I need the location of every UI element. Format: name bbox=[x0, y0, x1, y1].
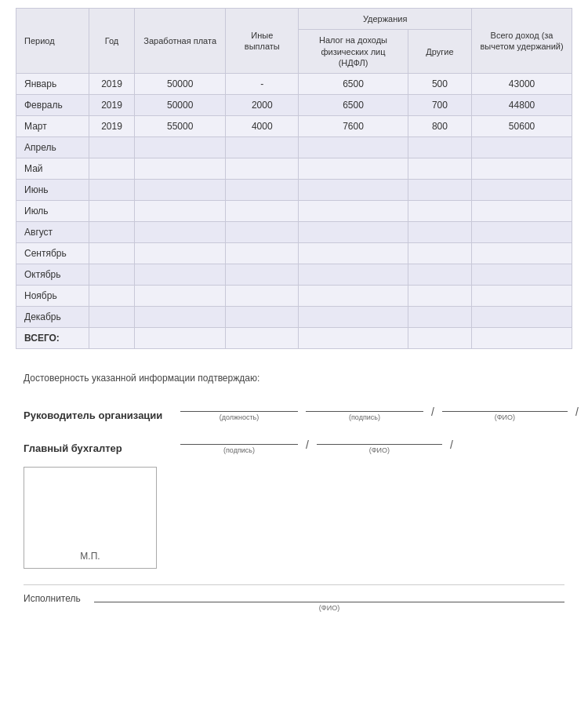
table-row: Август bbox=[16, 222, 572, 243]
executor-section: Исполнитель (ФИО) bbox=[24, 584, 564, 612]
chief-signature-block: Главный бухгалтер (подпись) / (ФИО) / bbox=[24, 431, 564, 454]
head-dolzhnost-line bbox=[180, 398, 298, 412]
chief-fio-wrap: (ФИО) bbox=[317, 431, 442, 454]
head-label: Руководитель организации bbox=[24, 409, 180, 421]
table-row: Сентябрь bbox=[16, 243, 572, 264]
executor-row: Исполнитель bbox=[24, 588, 564, 604]
stamp-label: М.П. bbox=[80, 551, 100, 562]
executor-hint: (ФИО) bbox=[94, 604, 564, 612]
chief-slash: / bbox=[306, 439, 309, 451]
header-salary: Заработная плата bbox=[135, 9, 226, 74]
header-total-income: Всего доход (за вычетом удержаний) bbox=[472, 9, 572, 74]
table-row: Ноябрь bbox=[16, 286, 572, 307]
table-row: Июль bbox=[16, 201, 572, 222]
table-row: Март2019550004000760080050600 bbox=[16, 116, 572, 137]
table-row: Июнь bbox=[16, 180, 572, 201]
chief-label: Главный бухгалтер bbox=[24, 442, 180, 454]
head-dolzhnost-hint: (должность) bbox=[220, 413, 260, 421]
head-sig-line-group: (должность) (подпись) / (ФИО) / bbox=[180, 398, 579, 421]
head-podpis-hint: (подпись) bbox=[349, 413, 380, 421]
header-ndfl: Налог на доходы физических лиц (НДФЛ) bbox=[299, 30, 408, 74]
table-row: Апрель bbox=[16, 137, 572, 158]
chief-fio-hint: (ФИО) bbox=[369, 446, 390, 454]
chief-podpis-wrap: (подпись) bbox=[180, 431, 298, 454]
head-podpis-wrap: (подпись) bbox=[306, 398, 423, 421]
table-row: Май bbox=[16, 158, 572, 180]
header-other-payments: Иные выплаты bbox=[226, 9, 299, 74]
chief-podpis-line bbox=[180, 431, 298, 445]
header-period: Период bbox=[16, 9, 89, 74]
head-fio-wrap: (ФИО) bbox=[442, 398, 568, 421]
page-container: Период Год Заработная плата Иные выплаты… bbox=[0, 0, 588, 628]
head-signature-row: Руководитель организации (должность) (по… bbox=[24, 398, 564, 421]
header-deductions-group: Удержания bbox=[299, 9, 472, 30]
income-table: Период Год Заработная плата Иные выплаты… bbox=[16, 8, 572, 349]
confirm-text: Достоверность указанной информации подтв… bbox=[24, 373, 564, 384]
stamp-box: М.П. bbox=[24, 467, 157, 569]
header-other-deductions: Другие bbox=[408, 30, 471, 74]
chief-signature-row: Главный бухгалтер (подпись) / (ФИО) / bbox=[24, 431, 564, 454]
table-row: Октябрь bbox=[16, 264, 572, 286]
footer-section: Достоверность указанной информации подтв… bbox=[16, 373, 572, 612]
head-dolzhnost-wrap: (должность) bbox=[180, 398, 298, 421]
table-total-row: ВСЕГО: bbox=[16, 328, 572, 349]
executor-line bbox=[94, 588, 564, 602]
table-body: Январь201950000-650050043000Февраль20195… bbox=[16, 74, 572, 349]
head-signature-block: Руководитель организации (должность) (по… bbox=[24, 398, 564, 421]
executor-label: Исполнитель bbox=[24, 593, 86, 604]
executor-hint-row: (ФИО) bbox=[24, 604, 564, 612]
head-slash2: / bbox=[575, 406, 579, 418]
table-row: Январь201950000-650050043000 bbox=[16, 74, 572, 95]
head-fio-line bbox=[442, 398, 568, 412]
header-year: Год bbox=[89, 9, 134, 74]
chief-slash2: / bbox=[450, 439, 453, 451]
table-row: Февраль2019500002000650070044800 bbox=[16, 95, 572, 116]
head-podpis-line bbox=[306, 398, 423, 412]
head-fio-hint: (ФИО) bbox=[495, 413, 515, 421]
chief-sig-line-group: (подпись) / (ФИО) / bbox=[180, 431, 564, 454]
chief-podpis-hint: (подпись) bbox=[223, 446, 255, 454]
head-slash: / bbox=[431, 406, 434, 418]
chief-fio-line bbox=[317, 431, 442, 445]
table-row: Декабрь bbox=[16, 307, 572, 328]
